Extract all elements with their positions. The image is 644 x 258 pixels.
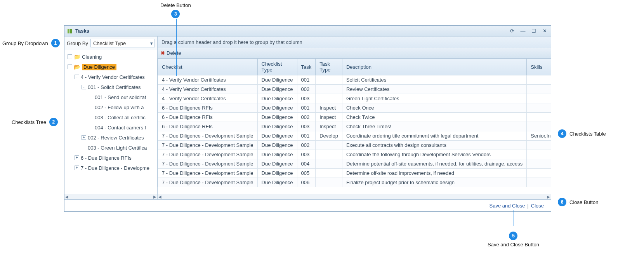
- delete-icon[interactable]: ✖: [161, 50, 165, 56]
- table-cell: [316, 150, 342, 159]
- tree-hscrollbar[interactable]: ◀ ▶: [64, 194, 157, 199]
- table-cell: Due Diligence: [257, 131, 297, 141]
- annotation-badge: 5: [509, 232, 517, 240]
- tree-spacer: [82, 145, 86, 150]
- scroll-right-icon[interactable]: ▶: [547, 195, 550, 199]
- annotation-badge: 2: [49, 118, 58, 126]
- table-cell: [527, 75, 551, 85]
- annotation-label: Checklists Tree: [12, 119, 46, 125]
- table-cell: [316, 141, 342, 150]
- collapse-icon[interactable]: -: [82, 85, 86, 89]
- scroll-right-icon[interactable]: ▶: [153, 195, 156, 199]
- folder-open-icon: 📂: [74, 64, 80, 70]
- annotation-3: Delete Button 3: [160, 2, 191, 18]
- table-cell: 4 - Verify Vendor Ceritifcates: [158, 75, 258, 85]
- close-button[interactable]: Close: [531, 203, 544, 209]
- annotation-1: Group By Dropdown 1: [2, 39, 60, 47]
- groupby-dropdown[interactable]: Checklist Type: [90, 39, 155, 47]
- tree-node[interactable]: 001 - Send out solicitat: [89, 92, 157, 102]
- table-cell: Due Diligence: [257, 75, 297, 85]
- expand-icon[interactable]: +: [75, 155, 79, 160]
- table-row[interactable]: 4 - Verify Vendor CeritifcatesDue Dilige…: [158, 94, 551, 103]
- table-cell: Green Light Certificates: [342, 94, 526, 103]
- tree-node[interactable]: -001 - Solicit Certificates: [82, 82, 157, 92]
- table-row[interactable]: 4 - Verify Vendor CeritifcatesDue Dilige…: [158, 85, 551, 94]
- scroll-left-icon[interactable]: ◀: [158, 195, 161, 199]
- collapse-icon[interactable]: -: [68, 64, 72, 69]
- column-header[interactable]: Checklist: [158, 59, 258, 75]
- table-row[interactable]: 7 - Due Diligence - Development SampleDu…: [158, 150, 551, 159]
- tree-node-label: 6 - Due Diligence RFIs: [81, 155, 132, 161]
- close-icon[interactable]: ✕: [541, 28, 549, 35]
- table-cell: 003: [297, 122, 316, 131]
- tree-node-label: Due Diligence: [82, 64, 116, 70]
- annotation-badge: 6: [558, 198, 566, 206]
- tree-node[interactable]: +7 - Due Diligence - Developme: [75, 163, 157, 173]
- expand-icon[interactable]: +: [82, 135, 86, 140]
- table-row[interactable]: 7 - Due Diligence - Development SampleDu…: [158, 141, 551, 150]
- leader-line: [514, 210, 514, 226]
- minimize-icon[interactable]: —: [519, 28, 527, 35]
- delete-button[interactable]: Delete: [167, 50, 181, 56]
- tasks-window: Tasks ⟳ — ☐ ✕ Group By Checklist Type -📁…: [64, 25, 551, 212]
- checklists-tree[interactable]: -📁Cleaning-📂Due Diligence-4 - Verify Ven…: [64, 50, 157, 194]
- table-cell: 7 - Due Diligence - Development Sample: [158, 141, 258, 150]
- tree-node[interactable]: -📁Cleaning: [68, 52, 157, 62]
- refresh-icon[interactable]: ⟳: [508, 28, 516, 35]
- table-cell: Inspect: [316, 103, 342, 113]
- table-row[interactable]: 7 - Due Diligence - Development SampleDu…: [158, 131, 551, 141]
- tree-spacer: [89, 115, 93, 120]
- table-cell: 002: [297, 141, 316, 150]
- grid-scroll[interactable]: ChecklistChecklist TypeTaskTask TypeDesc…: [158, 58, 551, 194]
- save-and-close-button[interactable]: Save and Close: [490, 203, 525, 209]
- table-cell: 004: [297, 159, 316, 169]
- collapse-icon[interactable]: -: [68, 54, 72, 59]
- grid-hscrollbar[interactable]: ◀ ▶: [158, 194, 551, 199]
- app-logo-icon: [67, 28, 73, 34]
- table-cell: [316, 75, 342, 85]
- collapse-icon[interactable]: -: [75, 75, 79, 79]
- column-header[interactable]: Description: [342, 59, 526, 75]
- table-row[interactable]: 4 - Verify Vendor CeritifcatesDue Dilige…: [158, 75, 551, 85]
- table-row[interactable]: 6 - Due Diligence RFIsDue Diligence001In…: [158, 103, 551, 113]
- table-cell: 7 - Due Diligence - Development Sample: [158, 131, 258, 141]
- table-cell: 7 - Due Diligence - Development Sample: [158, 150, 258, 159]
- table-row[interactable]: 6 - Due Diligence RFIsDue Diligence003In…: [158, 122, 551, 131]
- tree-node[interactable]: +6 - Due Diligence RFIs: [75, 153, 157, 163]
- table-cell: [316, 94, 342, 103]
- tree-node[interactable]: 002 - Follow up with a: [89, 102, 157, 112]
- annotation-5: Save and Close Button 5: [488, 232, 539, 248]
- tree-node-label: 003 - Green Light Certifica: [88, 145, 147, 151]
- tree-node[interactable]: 004 - Contact carriers f: [89, 122, 157, 132]
- tree-node-label: Cleaning: [82, 54, 102, 60]
- tree-node[interactable]: 003 - Green Light Certifica: [82, 143, 157, 153]
- tree-node[interactable]: -📂Due Diligence: [68, 62, 157, 72]
- tree-node[interactable]: -4 - Verify Vendor Ceritifcates: [75, 72, 157, 82]
- table-cell: [316, 85, 342, 94]
- tree-node[interactable]: 003 - Collect all certific: [89, 112, 157, 122]
- annotation-label: Save and Close Button: [488, 242, 539, 248]
- groupby-label: Group By: [67, 40, 88, 46]
- tree-node[interactable]: +002 - Review Certificates: [82, 132, 157, 143]
- table-row[interactable]: 7 - Due Diligence - Development SampleDu…: [158, 159, 551, 169]
- table-row[interactable]: 7 - Due Diligence - Development SampleDu…: [158, 169, 551, 178]
- titlebar: Tasks ⟳ — ☐ ✕: [64, 26, 551, 37]
- groupby-row: Group By Checklist Type: [64, 37, 157, 50]
- expand-icon[interactable]: +: [75, 166, 79, 170]
- table-cell: Check Once: [342, 103, 526, 113]
- left-pane: Group By Checklist Type -📁Cleaning-📂Due …: [64, 37, 158, 199]
- scroll-left-icon[interactable]: ◀: [65, 195, 68, 199]
- column-header[interactable]: Task Type: [316, 59, 342, 75]
- column-header[interactable]: Task: [297, 59, 316, 75]
- column-header[interactable]: Checklist Type: [257, 59, 297, 75]
- maximize-icon[interactable]: ☐: [530, 28, 538, 35]
- group-drop-area[interactable]: Drag a column header and drop it here to…: [158, 37, 551, 48]
- table-cell: Due Diligence: [257, 169, 297, 178]
- folder-icon: 📁: [74, 54, 80, 60]
- table-row[interactable]: 6 - Due Diligence RFIsDue Diligence002In…: [158, 113, 551, 122]
- table-cell: [316, 169, 342, 178]
- column-header[interactable]: Skills: [527, 59, 551, 75]
- table-row[interactable]: 7 - Due Diligence - Development SampleDu…: [158, 178, 551, 187]
- window-buttons: ⟳ — ☐ ✕: [508, 28, 549, 35]
- checklists-table: ChecklistChecklist TypeTaskTask TypeDesc…: [158, 58, 551, 187]
